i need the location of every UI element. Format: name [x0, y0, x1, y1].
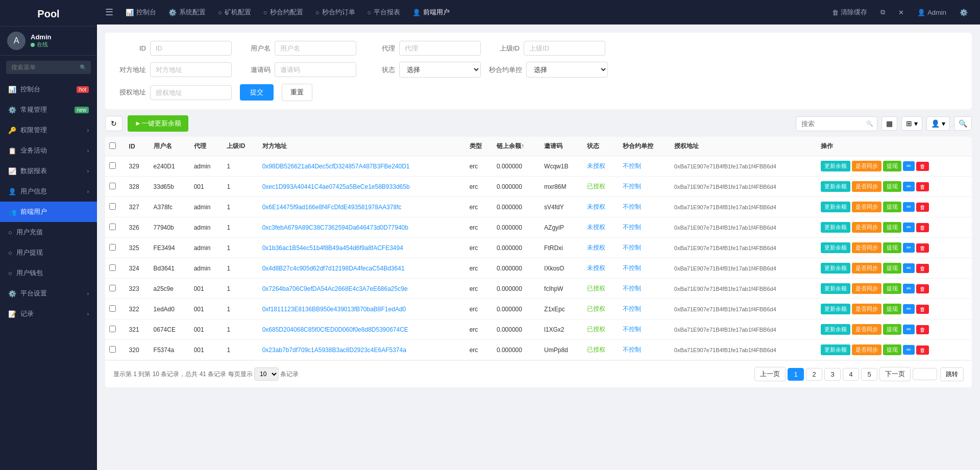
row-select-checkbox[interactable]	[109, 326, 116, 332]
edit-btn[interactable]: ✏	[903, 345, 915, 355]
contract-badge[interactable]: 不控制	[623, 224, 641, 231]
topnav-contract-orders[interactable]: ○ 秒合约订单	[310, 5, 360, 20]
edit-btn[interactable]: ✏	[903, 284, 915, 293]
topnav-frontend-user[interactable]: 👤 前端用户	[407, 5, 455, 20]
sync-btn[interactable]: 是否同步	[852, 181, 881, 192]
delete-btn[interactable]: 🗑	[916, 203, 929, 212]
counterparty-link[interactable]: 0x4d8B27c4c905d62df7d12198DA4fecaC54Bd36…	[262, 265, 405, 272]
table-view-icon[interactable]: ▦	[881, 116, 897, 131]
edit-btn[interactable]: ✏	[903, 325, 915, 334]
sidebar-item-auth[interactable]: 🔑 权限管理 ›	[0, 120, 97, 140]
next-page-btn[interactable]: 下一页	[879, 367, 911, 381]
page-5-btn[interactable]: 5	[861, 368, 877, 381]
withdraw-btn[interactable]: 提现	[883, 263, 901, 274]
id-input[interactable]	[150, 41, 232, 56]
prev-page-btn[interactable]: 上一页	[754, 367, 786, 381]
page-4-btn[interactable]: 4	[843, 368, 859, 381]
delete-btn[interactable]: 🗑	[916, 182, 929, 191]
delete-btn[interactable]: 🗑	[916, 162, 929, 171]
update-balance-row-btn[interactable]: 更新余额	[821, 242, 850, 253]
contract-badge[interactable]: 不控制	[623, 244, 641, 251]
counterparty-link[interactable]: 0x98DB526621a64Dec5cfD324857A487B3FBe240…	[262, 163, 410, 170]
sidebar-item-dashboard[interactable]: 📊 控制台 hot	[0, 79, 97, 100]
row-select-checkbox[interactable]	[109, 244, 116, 251]
counterparty-link[interactable]: 0xc3febA679A89C38C7362594Da646473d0D7794…	[262, 224, 408, 231]
status-badge[interactable]: 未授权	[587, 203, 605, 210]
sync-btn[interactable]: 是否同步	[852, 202, 881, 212]
update-balance-row-btn[interactable]: 更新余额	[821, 344, 850, 355]
page-1-btn[interactable]: 1	[788, 368, 804, 381]
user-columns-icon[interactable]: 👤 ▾	[926, 116, 950, 131]
sync-btn[interactable]: 是否同步	[852, 283, 881, 294]
status-badge[interactable]: 已授权	[587, 346, 605, 353]
update-balance-row-btn[interactable]: 更新余额	[821, 222, 850, 233]
counterparty-link[interactable]: 0x23ab7b7df709c1A5938B3ac8D2923c4E6AF537…	[262, 347, 406, 354]
row-select-checkbox[interactable]	[109, 264, 116, 271]
status-badge[interactable]: 已授权	[587, 285, 605, 292]
update-balance-row-btn[interactable]: 更新余额	[821, 161, 850, 171]
sync-btn[interactable]: 是否同步	[852, 324, 881, 335]
counterparty-link[interactable]: 0xf1811123E8136BB950e439013fB70baB8F1edA…	[262, 306, 406, 313]
sidebar-item-records[interactable]: 📝 记录 ›	[0, 304, 97, 324]
sync-btn[interactable]: 是否同步	[852, 242, 881, 253]
admin-avatar[interactable]: 👤 Admin	[913, 7, 950, 18]
row-select-checkbox[interactable]	[109, 224, 116, 230]
submit-button[interactable]: 提交	[240, 84, 274, 101]
search-input[interactable]	[6, 61, 91, 74]
contract-badge[interactable]: 不控制	[623, 162, 641, 169]
withdraw-btn[interactable]: 提现	[883, 181, 901, 192]
sync-btn[interactable]: 是否同步	[852, 222, 881, 233]
row-select-checkbox[interactable]	[109, 183, 116, 189]
status-badge[interactable]: 已授权	[587, 183, 605, 190]
edit-btn[interactable]: ✏	[903, 161, 915, 171]
withdraw-btn[interactable]: 提现	[883, 242, 901, 253]
page-jump-input[interactable]	[913, 368, 937, 380]
sidebar-item-frontend-user[interactable]: 👥 前端用户	[0, 202, 97, 222]
status-badge[interactable]: 已授权	[587, 326, 605, 333]
status-badge[interactable]: 未授权	[587, 244, 605, 251]
edit-btn[interactable]: ✏	[903, 222, 915, 232]
status-select[interactable]: 选择 已授权 未授权	[399, 62, 481, 78]
select-all-checkbox[interactable]	[109, 142, 116, 149]
delete-btn[interactable]: 🗑	[916, 243, 929, 253]
page-2-btn[interactable]: 2	[806, 368, 822, 381]
contract-badge[interactable]: 不控制	[623, 264, 641, 271]
contract-badge[interactable]: 不控制	[623, 203, 641, 210]
edit-btn[interactable]: ✏	[903, 243, 915, 253]
row-select-checkbox[interactable]	[109, 203, 116, 210]
edit-btn[interactable]: ✏	[903, 263, 915, 273]
page-jump-button[interactable]: 跳转	[940, 367, 964, 381]
sidebar-item-user-info[interactable]: 👤 用户信息 ›	[0, 181, 97, 202]
update-balance-row-btn[interactable]: 更新余额	[821, 283, 850, 294]
update-balance-row-btn[interactable]: 更新余额	[821, 263, 850, 274]
status-badge[interactable]: 未授权	[587, 264, 605, 271]
status-badge[interactable]: 未授权	[587, 224, 605, 231]
topnav-platform-report[interactable]: ○ 平台报表	[362, 5, 406, 20]
contract-badge[interactable]: 不控制	[623, 326, 641, 333]
delete-btn[interactable]: 🗑	[916, 223, 929, 232]
row-select-checkbox[interactable]	[109, 162, 116, 169]
sidebar-item-user-withdraw[interactable]: ○ 用户提现	[0, 242, 97, 263]
sync-btn[interactable]: 是否同步	[852, 344, 881, 355]
delete-btn[interactable]: 🗑	[916, 284, 929, 293]
counterparty-link[interactable]: 0x6E14475f9ad166e8f4FcDfdE493581978AA378…	[262, 204, 402, 211]
agent-input[interactable]	[399, 41, 481, 56]
delete-btn[interactable]: 🗑	[916, 305, 929, 314]
delete-btn[interactable]: 🗑	[916, 264, 929, 273]
contract-badge[interactable]: 不控制	[623, 346, 641, 353]
topnav-icon1[interactable]: ⧉	[876, 6, 889, 18]
topnav-settings[interactable]: ⚙️	[955, 7, 972, 18]
row-select-checkbox[interactable]	[109, 305, 116, 312]
contract-badge[interactable]: 不控制	[623, 285, 641, 292]
counterparty-link[interactable]: 0xec1D993A40441C4ae07425a5BeCe1e58B933d6…	[262, 183, 410, 190]
row-select-checkbox[interactable]	[109, 346, 116, 353]
withdraw-btn[interactable]: 提现	[883, 344, 901, 355]
contract-badge[interactable]: 不控制	[623, 305, 641, 312]
topnav-dashboard[interactable]: 📊 控制台	[120, 5, 161, 20]
counterparty-link[interactable]: 0x685D204068C85f0CfED0D060f0e8d8D5390674…	[262, 326, 408, 333]
sidebar-item-platform[interactable]: ⚙️ 平台设置 ›	[0, 283, 97, 304]
status-badge[interactable]: 已授权	[587, 305, 605, 312]
update-balance-row-btn[interactable]: 更新余额	[821, 202, 850, 212]
page-size-select[interactable]: 10 20 50	[254, 367, 279, 381]
update-balance-row-btn[interactable]: 更新余额	[821, 181, 850, 192]
